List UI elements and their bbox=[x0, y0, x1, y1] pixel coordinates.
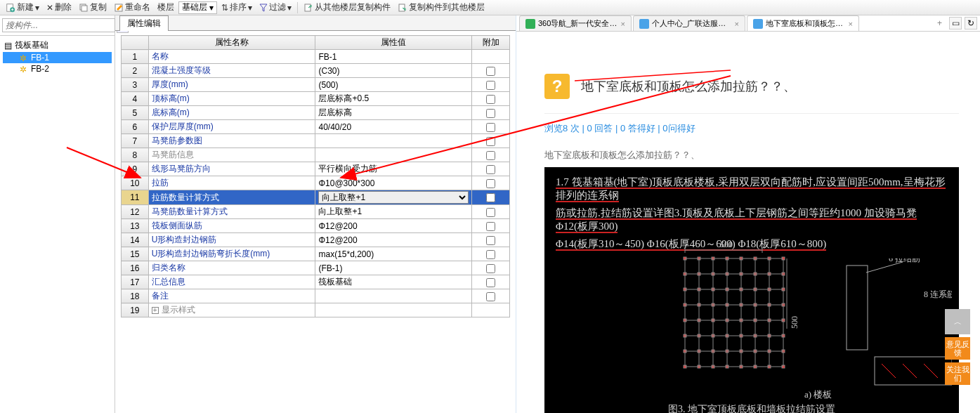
attr-value-cell[interactable] bbox=[315, 289, 472, 303]
tab-title: 360导航_新一代安全上网 bbox=[538, 18, 618, 29]
attr-value-cell[interactable]: 筏板基础 bbox=[315, 275, 472, 289]
attach-checkbox[interactable] bbox=[486, 151, 495, 160]
reload-button[interactable]: ↻ bbox=[965, 17, 977, 29]
attr-value-cell[interactable]: 层底标高+0.5 bbox=[315, 92, 472, 106]
grid-row[interactable]: 13筏板侧面纵筋Φ12@200 bbox=[122, 219, 510, 233]
attach-checkbox[interactable] bbox=[486, 208, 495, 217]
layer-dropdown[interactable]: 基础层 ▾ bbox=[178, 1, 217, 14]
tree-item-fb2[interactable]: ✲ FB-2 bbox=[3, 63, 112, 74]
tab-attr-edit[interactable]: 属性编辑 bbox=[119, 15, 169, 31]
grid-row[interactable]: 17汇总信息筏板基础 bbox=[122, 275, 510, 289]
delete-button[interactable]: ✕ 删除 bbox=[44, 1, 74, 14]
floor-button[interactable]: 楼层 bbox=[155, 1, 177, 14]
copy-to-button[interactable]: 复制构件到其他楼层 bbox=[395, 1, 488, 14]
row-number: 9 bbox=[122, 162, 149, 176]
browser-tab[interactable]: 360导航_新一代安全上网× bbox=[519, 15, 632, 31]
attr-value-cell[interactable]: 层底标高 bbox=[315, 106, 472, 120]
row-number: 16 bbox=[122, 261, 149, 275]
tree-root[interactable]: ▤ 筏板基础 bbox=[3, 39, 112, 52]
grid-row[interactable]: 15U形构造封边钢筋弯折长度(mm)max(15*d,200) bbox=[122, 247, 510, 261]
grid-row[interactable]: 16归类名称(FB-1) bbox=[122, 261, 510, 275]
new-button[interactable]: 新建 ▾ bbox=[3, 1, 42, 14]
grid-header-attach: 附加 bbox=[472, 36, 510, 50]
attach-checkbox[interactable] bbox=[486, 250, 495, 259]
back-to-top-button[interactable]: ︿ bbox=[945, 309, 970, 334]
grid-row[interactable]: 3厚度(mm)(500) bbox=[122, 78, 510, 92]
attach-cell bbox=[472, 120, 510, 134]
filter-button[interactable]: 过滤 ▾ bbox=[256, 1, 294, 14]
grid-row[interactable]: 6保护层厚度(mm)40/40/20 bbox=[122, 120, 510, 134]
search-input[interactable] bbox=[2, 18, 115, 32]
svg-rect-6 bbox=[399, 4, 405, 11]
attach-checkbox[interactable] bbox=[486, 222, 495, 231]
attr-value-cell[interactable]: Φ12@200 bbox=[315, 219, 472, 233]
float-buttons: ︿ 意见反馈 关注我们 bbox=[945, 309, 970, 385]
attach-checkbox[interactable] bbox=[486, 67, 495, 76]
attach-checkbox[interactable] bbox=[486, 109, 495, 118]
attr-value-cell[interactable]: Φ12@200 bbox=[315, 233, 472, 247]
attach-checkbox[interactable] bbox=[486, 123, 495, 132]
attr-value-cell[interactable] bbox=[315, 148, 472, 162]
browser-tabbar: 360导航_新一代安全上网×个人中心_广联达服务新×地下室底板和顶板怎么添× +… bbox=[516, 15, 980, 32]
attr-value-cell[interactable]: 40/40/20 bbox=[315, 120, 472, 134]
row-number: 3 bbox=[122, 78, 149, 92]
value-select[interactable]: 向上取整+1 bbox=[318, 191, 469, 204]
attr-value-cell[interactable] bbox=[315, 303, 472, 317]
attr-value-cell[interactable]: 向上取整+1 bbox=[315, 190, 472, 205]
attach-checkbox[interactable] bbox=[486, 165, 495, 174]
grid-row[interactable]: 12马凳筋数量计算方式向上取整+1 bbox=[122, 205, 510, 219]
browser-tab[interactable]: 个人中心_广联达服务新× bbox=[633, 15, 745, 31]
copy-from-button[interactable]: 从其他楼层复制构件 bbox=[301, 1, 393, 14]
attach-checkbox[interactable] bbox=[486, 95, 495, 104]
attach-checkbox[interactable] bbox=[486, 193, 495, 202]
close-icon[interactable]: × bbox=[621, 20, 625, 28]
rename-button[interactable]: 重命名 bbox=[111, 1, 153, 14]
attach-checkbox[interactable] bbox=[486, 278, 495, 287]
grid-row[interactable]: 14U形构造封边钢筋Φ12@200 bbox=[122, 233, 510, 247]
grid-row[interactable]: 19+显示样式 bbox=[122, 303, 510, 317]
grid-row[interactable]: 7马凳筋参数图 bbox=[122, 134, 510, 148]
grid-row[interactable]: 2混凝土强度等级(C30) bbox=[122, 64, 510, 78]
browser-tab[interactable]: 地下室底板和顶板怎么添× bbox=[747, 15, 859, 31]
copy-button[interactable]: 复制 bbox=[76, 1, 110, 14]
attr-value-cell[interactable]: Φ10@300*300 bbox=[315, 176, 472, 190]
grid-row[interactable]: 1名称FB-1 bbox=[122, 50, 510, 64]
attach-checkbox[interactable] bbox=[486, 264, 495, 273]
feedback-button[interactable]: 意见反馈 bbox=[945, 337, 970, 360]
follow-button[interactable]: 关注我们 bbox=[945, 362, 970, 385]
tabs-list-button[interactable]: ▭ bbox=[949, 17, 962, 29]
sort-button[interactable]: ⇅ 排序 ▾ bbox=[218, 1, 255, 14]
attr-value-cell[interactable]: (FB-1) bbox=[315, 261, 472, 275]
attr-value-cell[interactable] bbox=[315, 134, 472, 148]
attr-value-cell[interactable]: max(15*d,200) bbox=[315, 247, 472, 261]
attr-value-cell[interactable]: FB-1 bbox=[315, 50, 472, 64]
grid-row[interactable]: 9线形马凳筋方向平行横向受力筋 bbox=[122, 162, 510, 176]
attr-value-cell[interactable]: 平行横向受力筋 bbox=[315, 162, 472, 176]
grid-row[interactable]: 11拉筋数量计算方式向上取整+1 bbox=[122, 190, 510, 205]
attr-name-cell: 底标高(m) bbox=[148, 106, 315, 120]
attach-cell bbox=[472, 303, 510, 317]
attach-checkbox[interactable] bbox=[486, 179, 495, 188]
close-icon[interactable]: × bbox=[849, 20, 853, 28]
row-number: 2 bbox=[122, 64, 149, 78]
attr-value-cell[interactable]: 向上取整+1 bbox=[315, 205, 472, 219]
attr-value-cell[interactable]: (500) bbox=[315, 78, 472, 92]
attach-cell bbox=[472, 190, 510, 205]
attr-value-cell[interactable]: (C30) bbox=[315, 64, 472, 78]
attach-checkbox[interactable] bbox=[486, 81, 495, 90]
attach-checkbox[interactable] bbox=[486, 236, 495, 245]
grid-row[interactable]: 10拉筋Φ10@300*300 bbox=[122, 176, 510, 190]
gear-icon: ✲ bbox=[20, 53, 28, 62]
grid-row[interactable]: 4顶标高(m)层底标高+0.5 bbox=[122, 92, 510, 106]
grid-row[interactable]: 5底标高(m)层底标高 bbox=[122, 106, 510, 120]
new-tab-button[interactable]: + bbox=[933, 17, 946, 29]
grid-header-name: 属性名称 bbox=[148, 36, 315, 50]
attr-name-cell: 保护层厚度(mm) bbox=[148, 120, 315, 134]
close-icon[interactable]: × bbox=[735, 20, 739, 28]
tree-item-fb1[interactable]: ✲ FB-1 bbox=[3, 52, 112, 63]
attach-checkbox[interactable] bbox=[486, 292, 495, 301]
grid-row[interactable]: 18备注 bbox=[122, 289, 510, 303]
attach-checkbox[interactable] bbox=[486, 137, 495, 146]
grid-row[interactable]: 8马凳筋信息 bbox=[122, 148, 510, 162]
expand-icon[interactable]: + bbox=[152, 307, 159, 314]
